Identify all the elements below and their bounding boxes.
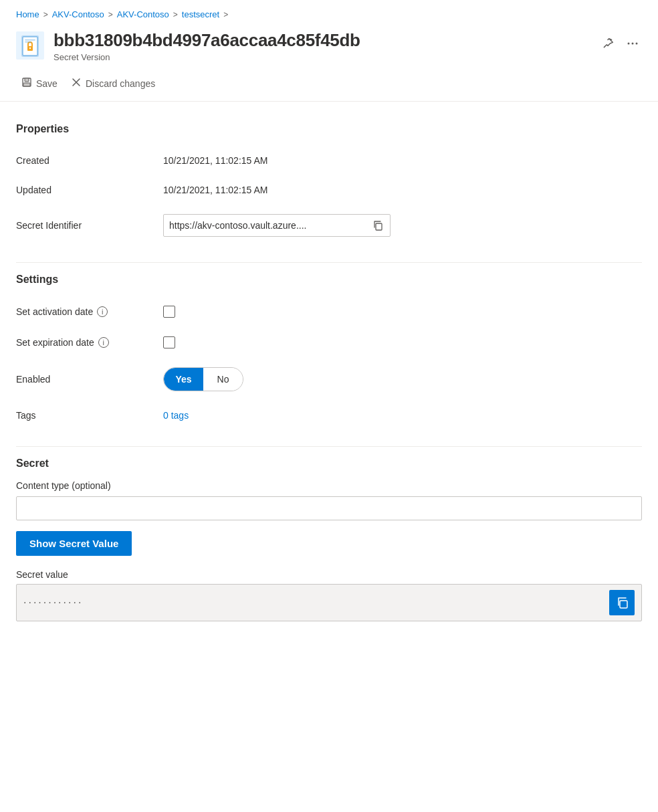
breadcrumb-akv1[interactable]: AKV-Contoso [52,9,104,19]
svg-point-4 [29,47,31,49]
page-title: bbb31809b4bd4997a6accaa4c85f45db [53,30,590,51]
save-button[interactable]: Save [16,73,66,94]
keyvault-icon [16,31,44,60]
secret-dots: ············ [23,597,604,609]
discard-icon [71,77,82,90]
svg-rect-11 [25,78,29,82]
expiration-checkbox[interactable] [163,336,175,348]
enabled-label: Enabled [16,358,163,401]
svg-rect-15 [376,223,382,230]
section-divider-1 [16,262,642,263]
created-label: Created [16,146,163,175]
breadcrumb-sep-2: > [108,10,113,19]
copy-secret-id-button[interactable] [371,219,385,232]
updated-value: 10/21/2021, 11:02:15 AM [163,175,642,205]
updated-label: Updated [16,175,163,205]
breadcrumb-sep-1: > [43,10,48,19]
show-secret-button[interactable]: Show Secret Value [16,531,132,556]
breadcrumb-testsecret[interactable]: testsecret [182,9,219,19]
secret-heading: Secret [16,458,642,470]
svg-rect-6 [25,41,31,43]
toggle-yes-button[interactable]: Yes [164,368,203,391]
svg-point-9 [636,43,638,45]
page-header: bbb31809b4bd4997a6accaa4c85f45db Secret … [0,26,658,68]
tags-value: 0 tags [163,401,642,430]
expiration-info-icon: i [98,337,109,348]
settings-heading: Settings [16,274,642,286]
svg-point-7 [628,43,630,45]
secret-id-box: https://akv-contoso.vault.azure.... [163,214,391,237]
properties-grid: Created 10/21/2021, 11:02:15 AM Updated … [16,146,642,246]
activation-info-icon: i [97,306,108,317]
secret-id-label: Secret Identifier [16,205,163,246]
content-type-label: Content type (optional) [16,480,642,491]
secret-value-box: ············ [16,584,642,621]
tags-link[interactable]: 0 tags [163,410,189,421]
secret-id-container: https://akv-contoso.vault.azure.... [163,205,642,246]
expiration-label: Set expiration date i [16,327,163,358]
header-title-block: bbb31809b4bd4997a6accaa4c85f45db Secret … [53,30,590,62]
svg-rect-5 [25,39,35,41]
content-area: Properties Created 10/21/2021, 11:02:15 … [0,102,658,643]
activation-value [163,296,642,327]
settings-grid: Set activation date i Set expiration dat… [16,296,642,430]
secret-value-label: Secret value [16,569,642,580]
breadcrumb: Home > AKV-Contoso > AKV-Contoso > tests… [0,0,658,26]
toolbar: Save Discard changes [0,68,658,102]
copy-pages-icon [615,596,629,609]
breadcrumb-sep-3: > [173,10,178,19]
breadcrumb-akv2[interactable]: AKV-Contoso [117,9,169,19]
copy-icon [372,220,383,231]
save-label: Save [36,78,58,89]
content-type-input[interactable] [16,496,642,520]
properties-heading: Properties [16,123,642,135]
secret-id-value: https://akv-contoso.vault.azure.... [169,220,366,231]
more-button[interactable] [623,34,642,53]
activation-label: Set activation date i [16,296,163,327]
toggle-no-button[interactable]: No [203,368,243,391]
svg-point-8 [632,43,634,45]
discard-button[interactable]: Discard changes [66,73,163,94]
svg-rect-16 [620,601,627,608]
activation-checkbox[interactable] [163,306,175,318]
enabled-value: Yes No [163,358,642,401]
pin-button[interactable] [599,35,617,52]
svg-rect-12 [23,83,30,86]
breadcrumb-home[interactable]: Home [16,9,39,19]
page-subtitle: Secret Version [53,52,590,62]
section-divider-2 [16,446,642,447]
created-value: 10/21/2021, 11:02:15 AM [163,146,642,175]
header-actions [599,34,642,53]
breadcrumb-sep-4: > [223,10,228,19]
expiration-value [163,327,642,358]
save-icon [21,77,32,90]
discard-label: Discard changes [86,78,155,89]
activation-checkbox-wrapper [163,306,175,318]
enabled-toggle: Yes No [163,367,243,391]
expiration-checkbox-wrapper [163,336,175,348]
tags-label: Tags [16,401,163,430]
copy-secret-value-button[interactable] [609,590,635,615]
